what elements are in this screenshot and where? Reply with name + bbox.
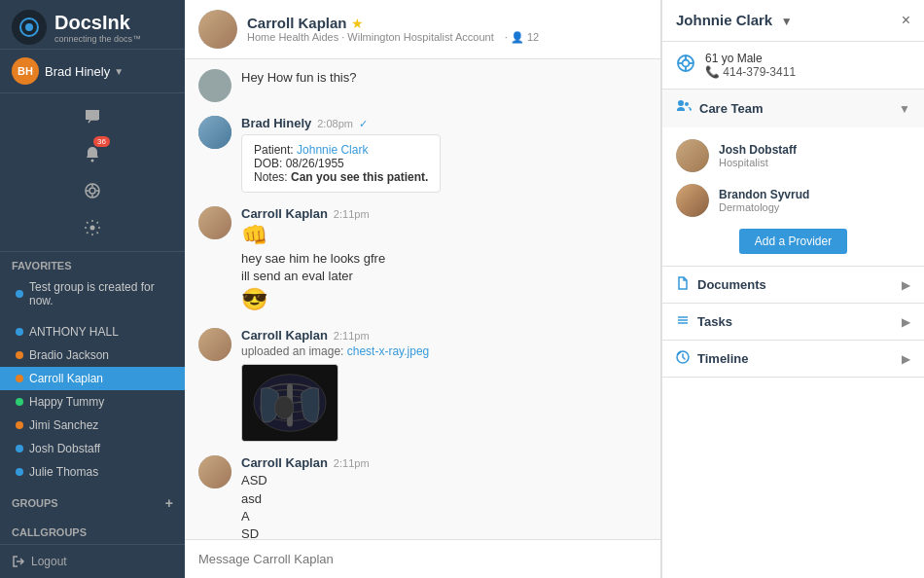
sidebar-item-label: Josh Dobstaff [29, 442, 100, 455]
tasks-header[interactable]: Tasks ▶ [662, 304, 924, 340]
svg-point-1 [25, 23, 33, 31]
msg-text: ASDasdASDs [241, 472, 370, 539]
msg-content: Carroll Kaplan 2:11pm uploaded an image:… [241, 328, 429, 442]
provider-info: Brandon Syvrud Dermatology [719, 188, 809, 213]
svg-point-16 [274, 397, 294, 419]
msg-avatar [198, 206, 231, 239]
xray-image[interactable] [241, 364, 338, 442]
msg-content: Carroll Kaplan 2:11pm ASDasdASDs [241, 455, 370, 539]
groups-section: GROUPS + [0, 488, 185, 519]
timeline-title: Timeline [676, 350, 749, 367]
sidebar-item-julie-thomas[interactable]: Julie Thomas [0, 460, 185, 484]
bell-icon-button[interactable]: 36 [77, 138, 108, 169]
sidebar: DocsInk connecting the docs™ BH Brad Hin… [0, 0, 185, 578]
chat-header: Carroll Kaplan ★ Home Health Aides · Wil… [185, 0, 660, 59]
favorites-header[interactable]: FAVORITES [0, 256, 185, 275]
tasks-label: Tasks [697, 314, 732, 329]
upload-text: uploaded an image: chest-x-ray.jpeg [241, 344, 429, 358]
patient-name: Johnnie Clark [676, 12, 772, 28]
msg-check-icon: ✓ [359, 118, 368, 130]
dot-icon [16, 468, 23, 476]
groups-label: GROUPS [12, 497, 58, 509]
sidebar-item-label: Test group is created for now. [29, 280, 173, 307]
patient-phone: 📞 414-379-3411 [705, 65, 796, 79]
right-panel: Johnnie Clark ▼ × 61 yo Male 📞 414-379-3… [661, 0, 924, 578]
msg-sender-name: Carroll Kaplan [241, 206, 328, 221]
msg-header: Carroll Kaplan 2:11pm [241, 455, 370, 470]
provider-role: Dermatology [719, 201, 809, 213]
user-name: Brad Hinely [45, 64, 110, 79]
chat-panel: Carroll Kaplan ★ Home Health Aides · Wil… [185, 0, 661, 578]
sidebar-item-anthony-hall[interactable]: ANTHONY HALL [0, 320, 185, 343]
message-row: Carroll Kaplan 2:11pm ASDasdASDs [198, 455, 647, 539]
msg-header: Carroll Kaplan 2:11pm [241, 206, 385, 221]
svg-point-2 [91, 160, 94, 163]
sidebar-item-jimi-sanchez[interactable]: Jimi Sanchez [0, 414, 185, 437]
user-avatar: BH [12, 57, 39, 85]
tasks-section: Tasks ▶ [662, 304, 924, 341]
svg-point-18 [683, 59, 690, 66]
provider-row: Brandon Syvrud Dermatology [676, 178, 910, 223]
upload-link[interactable]: chest-x-ray.jpeg [347, 344, 429, 358]
sidebar-item-label: Jimi Sanchez [29, 418, 98, 432]
tasks-title: Tasks [676, 313, 732, 330]
settings-icon-button[interactable] [77, 212, 108, 243]
dot-icon [16, 445, 23, 452]
provider-name: Brandon Syvrud [719, 188, 809, 201]
provider-avatar [676, 184, 709, 217]
documents-header[interactable]: Documents ▶ [662, 267, 924, 303]
patient-card: Patient: Johnnie Clark DOB: 08/26/1955 N… [241, 134, 441, 193]
add-group-icon[interactable]: + [165, 495, 173, 511]
timeline-section: Timeline ▶ [662, 341, 924, 378]
target-icon-button[interactable] [77, 175, 108, 206]
svg-point-4 [89, 188, 95, 194]
care-team-title: Care Team [676, 99, 764, 118]
favorites-label: FAVORITES [12, 260, 72, 271]
care-team-header[interactable]: Care Team ▼ [662, 90, 924, 127]
message-row: Brad Hinely 2:08pm ✓ Patient: Johnnie Cl… [198, 116, 647, 193]
callgroups-section: CALLGROUPS [0, 519, 185, 544]
dot-icon [16, 351, 23, 359]
msg-header: Brad Hinely 2:08pm ✓ [241, 116, 441, 130]
patient-dropdown-arrow[interactable]: ▼ [781, 15, 793, 28]
msg-avatar [198, 455, 231, 488]
sidebar-item-josh-dobstaff[interactable]: Josh Dobstaff [0, 437, 185, 460]
sidebar-icon-bar: 36 [0, 93, 185, 252]
patient-link[interactable]: Johnnie Clark [297, 143, 368, 157]
msg-sender-name: Carroll Kaplan [241, 455, 328, 470]
logo-text: DocsInk [54, 12, 130, 33]
user-menu[interactable]: BH Brad Hinely ▼ [0, 50, 185, 93]
close-button[interactable]: × [902, 12, 910, 29]
callgroups-header[interactable]: CALLGROUPS [0, 523, 185, 542]
add-provider-button[interactable]: Add a Provider [739, 229, 847, 254]
chat-icon-button[interactable] [77, 101, 108, 132]
sidebar-item-happy-tummy[interactable]: Happy Tummy [0, 390, 185, 414]
documents-title: Documents [676, 276, 766, 293]
documents-label: Documents [697, 277, 766, 292]
message-row: Carroll Kaplan 2:11pm 👊 hey sae him he l… [198, 206, 647, 314]
timeline-header[interactable]: Timeline ▶ [662, 341, 924, 377]
logo-area: DocsInk connecting the docs™ [0, 0, 185, 50]
groups-header[interactable]: GROUPS + [0, 491, 185, 515]
care-team-section: Care Team ▼ Josh Dobstaff Hospitalist Br… [662, 90, 924, 267]
sidebar-item-label: Julie Thomas [29, 465, 98, 479]
dot-icon [16, 290, 23, 298]
sidebar-item-test-group[interactable]: Test group is created for now. [0, 275, 185, 312]
care-team-icon [676, 99, 692, 118]
msg-emoji-1: 👊 [241, 223, 385, 248]
chat-header-info: Carroll Kaplan ★ Home Health Aides · Wil… [247, 15, 539, 44]
sidebar-item-carroll-kaplan[interactable]: Carroll Kaplan [0, 367, 185, 390]
care-team-label: Care Team [699, 101, 764, 116]
dot-icon [16, 328, 23, 336]
patient-demographics: 61 yo Male 📞 414-379-3411 [705, 52, 796, 79]
logout-button[interactable]: Logout [0, 544, 185, 578]
dot-icon [16, 398, 23, 406]
sidebar-item-label: Carroll Kaplan [29, 372, 103, 385]
provider-info: Josh Dobstaff Hospitalist [719, 143, 797, 168]
msg-text: hey sae him he looks gfre ill send an ev… [241, 250, 385, 285]
msg-header: Carroll Kaplan 2:11pm [241, 328, 429, 343]
chat-input[interactable] [198, 548, 647, 570]
timeline-arrow: ▶ [902, 352, 910, 366]
sidebar-item-bradio-jackson[interactable]: Bradio Jackson [0, 343, 185, 367]
favorites-section: FAVORITES Test group is created for now. [0, 252, 185, 316]
